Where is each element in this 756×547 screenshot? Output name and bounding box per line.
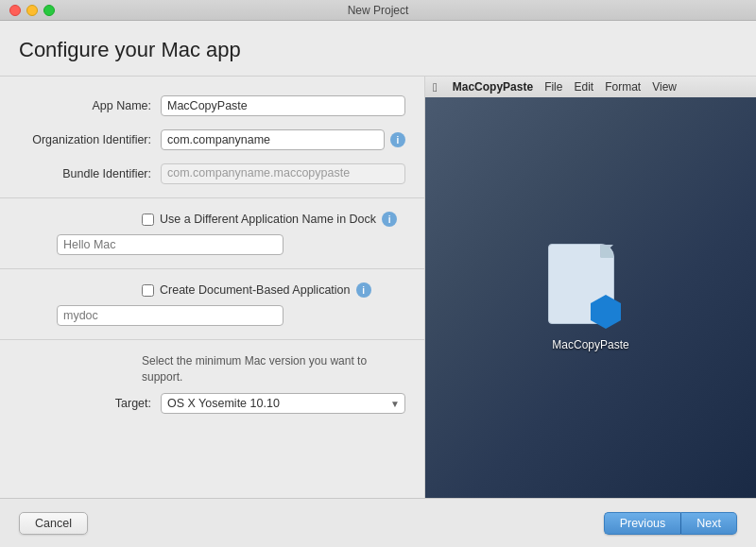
bundle-identifier-label: Bundle Identifier:	[19, 167, 151, 180]
window-title: New Project	[348, 4, 409, 17]
cancel-button[interactable]: Cancel	[19, 512, 88, 535]
extension-checkbox[interactable]	[142, 284, 154, 297]
menubar-file: File	[544, 80, 562, 94]
app-name-row: App Name:	[0, 95, 424, 116]
dock-item-checkbox-label[interactable]: Use a Different Application Name in Dock	[160, 213, 376, 226]
extension-checkbox-label[interactable]: Create Document-Based Application	[160, 283, 351, 297]
maximize-button[interactable]	[43, 5, 55, 16]
menubar-edit: Edit	[574, 80, 593, 94]
divider-1	[0, 197, 424, 198]
menubar-app-name: MacCopyPaste	[453, 80, 533, 94]
mac-menubar:  MacCopyPaste File Edit Format View	[425, 77, 756, 97]
page-title: Configure your Mac app	[19, 38, 737, 62]
target-description: Select the minimum Mac version you want …	[0, 353, 424, 393]
dock-item-checkbox[interactable]	[142, 214, 154, 226]
target-select-wrapper: OS X Yosemite 10.10 OS X El Capitan 10.1…	[161, 393, 405, 414]
dock-item-row	[0, 234, 424, 255]
app-name-input[interactable]	[161, 95, 405, 116]
mac-preview:  MacCopyPaste File Edit Format View	[425, 77, 756, 498]
preview-panel:  MacCopyPaste File Edit Format View	[425, 77, 756, 498]
dock-item-checkbox-row: Use a Different Application Name in Dock…	[0, 212, 424, 227]
extension-input[interactable]	[57, 305, 284, 326]
apple-logo-icon: 	[433, 80, 438, 94]
next-button[interactable]: Next	[681, 512, 737, 535]
title-bar: New Project	[0, 0, 756, 21]
target-row: Target: OS X Yosemite 10.10 OS X El Capi…	[0, 393, 424, 414]
hex-badge	[591, 295, 621, 329]
page-header: Configure your Mac app	[0, 21, 756, 77]
org-identifier-row: Organization Identifier: i	[0, 129, 424, 150]
dock-item-input[interactable]	[57, 234, 284, 255]
mac-desktop: MacCopyPaste	[425, 97, 756, 498]
dock-item-info-icon[interactable]: i	[382, 212, 397, 227]
minimize-button[interactable]	[26, 5, 38, 16]
app-name-label: App Name:	[19, 99, 151, 112]
bottom-bar: Cancel Previous Next	[0, 498, 756, 547]
target-select[interactable]: OS X Yosemite 10.10 OS X El Capitan 10.1…	[161, 393, 405, 414]
target-label: Target:	[19, 397, 151, 410]
main-container: Configure your Mac app App Name: Organiz…	[0, 21, 756, 547]
menubar-view: View	[652, 80, 677, 94]
menubar-format: Format	[605, 80, 641, 94]
bundle-identifier-row: Bundle Identifier: com.companyname.macco…	[0, 163, 424, 184]
app-icon	[548, 244, 633, 329]
divider-3	[0, 339, 424, 340]
extension-checkbox-row: Create Document-Based Application i	[0, 282, 424, 298]
org-identifier-info-icon[interactable]: i	[390, 132, 405, 147]
nav-buttons: Previous Next	[604, 512, 737, 535]
divider-2	[0, 268, 424, 269]
close-button[interactable]	[9, 5, 21, 16]
form-panel: App Name: Organization Identifier: i Bun…	[0, 77, 425, 498]
bundle-identifier-value: com.companyname.maccopypaste	[161, 163, 405, 184]
extension-info-icon[interactable]: i	[356, 282, 371, 298]
org-identifier-input[interactable]	[161, 129, 385, 150]
extension-row	[0, 305, 424, 326]
app-icon-label: MacCopyPaste	[552, 338, 628, 351]
content-area: App Name: Organization Identifier: i Bun…	[0, 77, 756, 498]
org-identifier-label: Organization Identifier:	[19, 133, 151, 146]
previous-button[interactable]: Previous	[604, 512, 682, 535]
document-icon	[548, 244, 614, 324]
hexagon-icon	[591, 295, 621, 329]
app-icon-container: MacCopyPaste	[548, 244, 633, 351]
window-controls[interactable]	[9, 5, 55, 16]
